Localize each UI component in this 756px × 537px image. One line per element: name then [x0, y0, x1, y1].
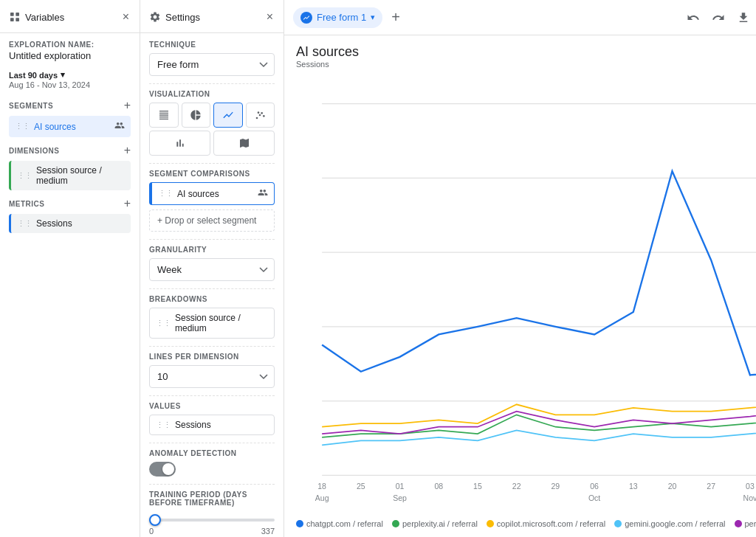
viz-pie-button[interactable]: [182, 103, 211, 128]
dimension-chip-session-source[interactable]: ⋮⋮ Session source / medium: [9, 161, 131, 190]
variables-content: EXPLORATION NAME: Untitled exploration L…: [0, 33, 140, 537]
add-segment-button[interactable]: +: [124, 100, 131, 111]
anomaly-detection-label: ANOMALY DETECTION: [149, 443, 275, 457]
svg-text:Oct: Oct: [588, 493, 600, 502]
header-actions: ▾: [684, 8, 756, 27]
chart-header: Free form 1 ▾ + ▾: [284, 0, 756, 35]
legend-dot-perplexity: [392, 520, 399, 527]
svg-text:18: 18: [317, 482, 326, 491]
settings-title: Settings: [149, 11, 200, 23]
legend-dot-gemini: [614, 520, 622, 527]
breakdown-session-source[interactable]: ⋮⋮ Session source / medium: [149, 308, 275, 339]
metrics-section-label: METRICS +: [9, 198, 131, 209]
add-metric-button[interactable]: +: [124, 198, 131, 209]
granularity-dropdown[interactable]: Week: [149, 258, 275, 281]
values-label: VALUES: [149, 395, 275, 410]
dimensions-section-label: DIMENSIONS +: [9, 145, 131, 156]
legend-label-copilot: copilot.microsoft.com / referral: [497, 519, 605, 528]
settings-panel-header: Settings ×: [140, 0, 284, 33]
legend-item-perplexity: perplexity.ai / referral: [392, 519, 478, 528]
redo-button[interactable]: [709, 8, 728, 27]
undo-button[interactable]: [684, 8, 703, 27]
settings-panel-title: Settings: [165, 12, 200, 23]
variables-close-button[interactable]: ×: [121, 9, 131, 25]
viz-line-button[interactable]: [213, 103, 243, 128]
legend-label-chatgpt: chatgpt.com / referral: [306, 519, 383, 528]
training-period-slider-container: [149, 513, 275, 524]
drag-handle-icon: ⋮⋮: [17, 171, 32, 181]
settings-close-button[interactable]: ×: [265, 9, 275, 25]
viz-bar-button[interactable]: [149, 131, 210, 156]
viz-table-button[interactable]: [149, 103, 179, 128]
variables-panel: Variables × EXPLORATION NAME: Untitled e…: [0, 0, 140, 537]
viz-options-row1: [149, 103, 275, 128]
anomaly-detection-row: [149, 462, 275, 477]
legend-dot-chatgpt: [296, 520, 303, 527]
svg-rect-1: [16, 13, 19, 16]
svg-text:15: 15: [473, 482, 482, 491]
slider-max-label: 337: [261, 527, 275, 536]
viz-scatter-button[interactable]: [246, 103, 275, 128]
drop-segment-label: + Drop or select segment: [157, 215, 256, 226]
lines-per-dim-dropdown[interactable]: 10: [149, 365, 275, 388]
technique-label: TECHNIQUE: [149, 41, 275, 49]
visualization-label: VISUALIZATION: [149, 83, 275, 98]
svg-text:29: 29: [551, 482, 560, 491]
legend-area: chatgpt.com / referral perplexity.ai / r…: [284, 513, 756, 537]
anomaly-toggle[interactable]: [149, 462, 176, 477]
legend-label-perplexity2: perplexity / m...: [745, 519, 757, 528]
segment-comparison-ai-sources[interactable]: ⋮⋮ AI sources: [149, 182, 275, 205]
drop-segment-button[interactable]: + Drop or select segment: [149, 209, 275, 232]
variables-panel-header: Variables ×: [0, 0, 140, 33]
training-period-slider[interactable]: [149, 519, 275, 522]
svg-text:08: 08: [434, 482, 443, 491]
dimensions-label-text: DIMENSIONS: [9, 147, 59, 155]
legend-item-gemini: gemini.google.com / referral: [614, 519, 725, 528]
svg-text:01: 01: [396, 482, 405, 491]
breakdowns-label: BREAKDOWNS: [149, 288, 275, 303]
add-tab-button[interactable]: +: [388, 6, 403, 29]
metric-chip-sessions[interactable]: ⋮⋮ Sessions: [9, 214, 131, 233]
date-range-section[interactable]: Last 90 days ▾ Aug 16 - Nov 13, 2024: [9, 70, 131, 89]
tab-icon: [300, 12, 312, 24]
values-sessions-item[interactable]: ⋮⋮ Sessions: [149, 415, 275, 435]
svg-rect-0: [10, 13, 14, 16]
svg-text:06: 06: [590, 482, 599, 491]
svg-text:Sep: Sep: [393, 493, 407, 502]
metric-chip-label: Sessions: [36, 218, 72, 229]
svg-point-7: [263, 115, 265, 117]
add-dimension-button[interactable]: +: [124, 145, 131, 156]
tab-free-form-1[interactable]: Free form 1 ▾: [293, 7, 382, 28]
tab-label: Free form 1: [317, 12, 366, 23]
exploration-name: Untitled exploration: [9, 50, 131, 61]
metrics-label-text: METRICS: [9, 200, 45, 208]
variables-icon: [9, 11, 21, 23]
legend-item-perplexity2: perplexity / m...: [735, 519, 757, 528]
values-item-label: Sessions: [175, 420, 211, 430]
tab-chevron-icon: ▾: [371, 13, 375, 22]
svg-rect-3: [16, 18, 19, 21]
segment-comparison-label: AI sources: [177, 189, 219, 199]
svg-text:03: 03: [746, 482, 755, 491]
svg-text:22: 22: [512, 482, 521, 491]
chart-title-area: AI sources Sessions: [284, 35, 756, 72]
chart-subtitle: Sessions: [296, 60, 756, 69]
date-range-text: Last 90 days: [9, 71, 58, 80]
svg-text:Aug: Aug: [315, 493, 329, 502]
variables-title: Variables: [9, 11, 64, 23]
settings-content: TECHNIQUE Free form VISUALIZATION: [140, 33, 284, 537]
segments-section-label: SEGMENTS +: [9, 100, 131, 111]
slider-labels: 0 337: [149, 527, 275, 536]
download-button[interactable]: [734, 8, 753, 27]
technique-dropdown[interactable]: Free form: [149, 53, 275, 76]
segment-chip-ai-sources[interactable]: ⋮⋮ AI sources: [9, 116, 131, 137]
segment-comparisons-label: SEGMENT COMPARISONS: [149, 163, 275, 178]
chart-svg: 100 80 60 40 20 0 18 25 01 08 15 22 29 0…: [296, 72, 756, 507]
svg-text:Nov: Nov: [743, 493, 756, 502]
viz-map-button[interactable]: [213, 131, 275, 156]
svg-text:27: 27: [707, 482, 715, 491]
granularity-label: GRANULARITY: [149, 239, 275, 254]
date-range-label[interactable]: Last 90 days ▾: [9, 70, 131, 80]
slider-min-label: 0: [149, 527, 154, 536]
segment-person-icon: [114, 120, 125, 133]
